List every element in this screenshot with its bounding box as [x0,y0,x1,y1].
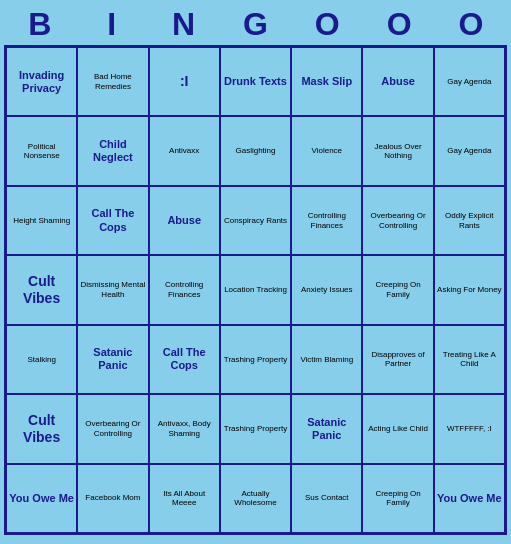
bingo-cell: Antivaxx, Body Shaming [149,394,220,463]
bingo-cell: Facebook Mom [77,464,148,533]
bingo-cell: Overbearing Or Controlling [77,394,148,463]
bingo-cell: Its All About Meeee [149,464,220,533]
bingo-cell: Drunk Texts [220,47,291,116]
bingo-cell: Controlling Finances [149,255,220,324]
bingo-cell: Trashing Property [220,394,291,463]
bingo-cell: Satanic Panic [77,325,148,394]
bingo-cell: Political Nonsense [6,116,77,185]
bingo-cell: Overbearing Or Controlling [362,186,433,255]
bingo-cell: Height Shaming [6,186,77,255]
bingo-cell: Gay Agenda [434,47,505,116]
header-letter: O [364,6,434,43]
bingo-cell: Stalking [6,325,77,394]
header-letter: G [220,6,290,43]
bingo-cell: Jealous Over Nothing [362,116,433,185]
bingo-cell: Mask Slip [291,47,362,116]
bingo-cell: Location Tracking [220,255,291,324]
bingo-cell: Gay Agenda [434,116,505,185]
header-letter: O [436,6,506,43]
bingo-cell: Trashing Property [220,325,291,394]
bingo-cell: Invading Privacy [6,47,77,116]
bingo-cell: Cult Vibes [6,394,77,463]
bingo-cell: Abuse [362,47,433,116]
header-letter: O [292,6,362,43]
header-letter: N [149,6,219,43]
bingo-cell: Violence [291,116,362,185]
bingo-cell: Child Neglect [77,116,148,185]
bingo-cell: :I [149,47,220,116]
bingo-cell: Call The Cops [149,325,220,394]
bingo-cell: Disapproves of Partner [362,325,433,394]
bingo-cell: Dismissing Mental Health [77,255,148,324]
bingo-cell: Conspiracy Rants [220,186,291,255]
bingo-cell: You Owe Me [6,464,77,533]
bingo-cell: Acting Like Child [362,394,433,463]
bingo-cell: You Owe Me [434,464,505,533]
header-letter: I [77,6,147,43]
bingo-cell: Gaslighting [220,116,291,185]
bingo-cell: WTFFFFF, :I [434,394,505,463]
bingo-cell: Victim Blaming [291,325,362,394]
bingo-cell: Oddly Explicit Rants [434,186,505,255]
bingo-cell: Antivaxx [149,116,220,185]
bingo-cell: Satanic Panic [291,394,362,463]
bingo-cell: Treating Like A Child [434,325,505,394]
header-letter: B [5,6,75,43]
bingo-cell: Actually Wholesome [220,464,291,533]
bingo-cell: Cult Vibes [6,255,77,324]
bingo-cell: Abuse [149,186,220,255]
bingo-cell: Bad Home Remedies [77,47,148,116]
bingo-grid: Invading PrivacyBad Home Remedies:IDrunk… [4,45,507,535]
bingo-cell: Asking For Money [434,255,505,324]
bingo-cell: Anxiety Issues [291,255,362,324]
bingo-cell: Creeping On Family [362,464,433,533]
bingo-cell: Controlling Finances [291,186,362,255]
bingo-header: BINGOOO [4,4,507,45]
bingo-cell: Sus Contact [291,464,362,533]
bingo-cell: Call The Cops [77,186,148,255]
bingo-cell: Creeping On Family [362,255,433,324]
